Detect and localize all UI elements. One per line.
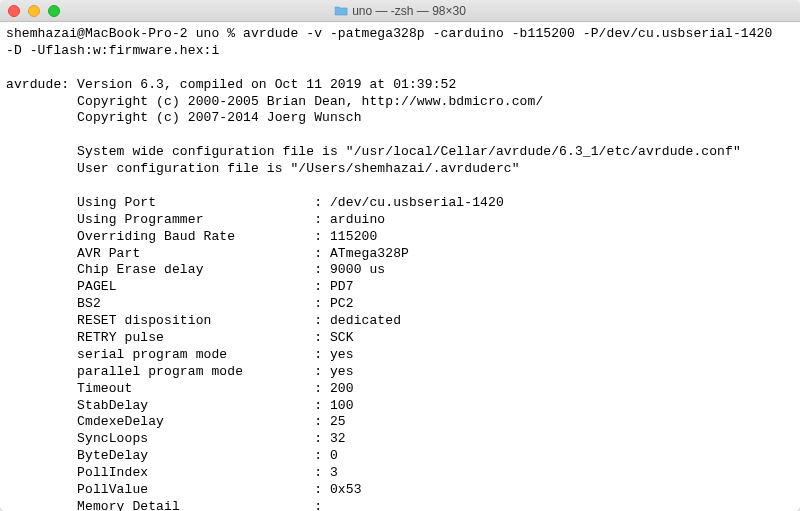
minimize-icon[interactable]	[28, 5, 40, 17]
maximize-icon[interactable]	[48, 5, 60, 17]
window-title-text: uno — -zsh — 98×30	[352, 4, 466, 18]
folder-icon	[334, 5, 348, 16]
titlebar[interactable]: uno — -zsh — 98×30	[0, 0, 800, 22]
traffic-lights	[0, 5, 60, 17]
close-icon[interactable]	[8, 5, 20, 17]
terminal-body[interactable]: shemhazai@MacBook-Pro-2 uno % avrdude -v…	[0, 22, 800, 511]
window-title: uno — -zsh — 98×30	[334, 4, 466, 18]
terminal-window: uno — -zsh — 98×30 shemhazai@MacBook-Pro…	[0, 0, 800, 511]
